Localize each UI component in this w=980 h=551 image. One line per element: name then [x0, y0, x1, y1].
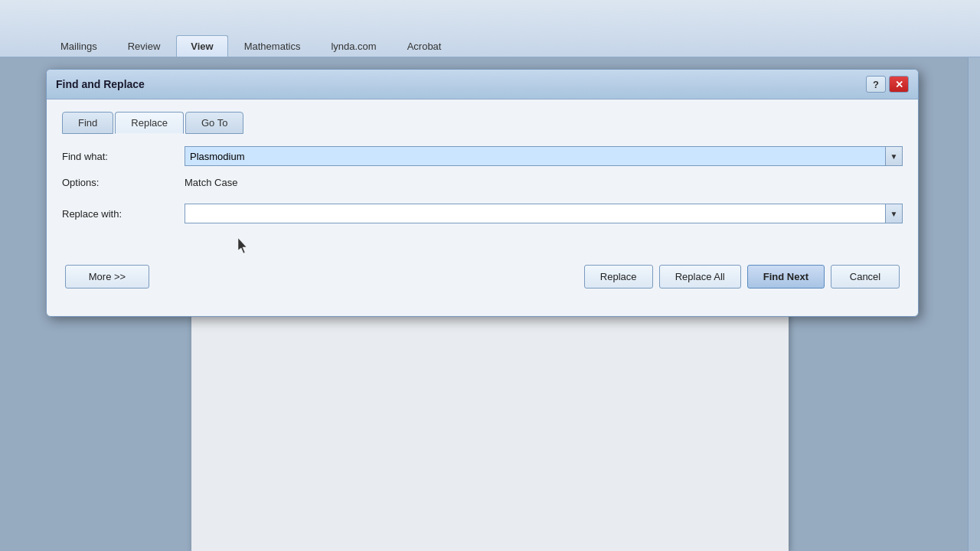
find-input[interactable] — [185, 147, 885, 165]
tab-lynda[interactable]: lynda.com — [316, 35, 390, 57]
tab-replace[interactable]: Replace — [115, 112, 184, 134]
find-next-button[interactable]: Find Next — [747, 265, 825, 289]
replace-input-wrapper: ▼ — [185, 204, 903, 223]
dialog-tab-bar: Find Replace Go To — [62, 112, 903, 134]
tab-acrobat[interactable]: Acrobat — [393, 35, 456, 57]
dialog-body: Find Replace Go To Find what: ▼ Options:… — [47, 99, 918, 301]
replace-button[interactable]: Replace — [584, 265, 653, 289]
replace-all-button[interactable]: Replace All — [659, 265, 741, 289]
replace-input[interactable] — [185, 204, 885, 223]
options-label: Options: — [62, 177, 185, 188]
dialog-controls: ? ✕ — [866, 76, 909, 93]
close-button[interactable]: ✕ — [889, 76, 909, 93]
cancel-button[interactable]: Cancel — [831, 265, 900, 289]
dialog-title: Find and Replace — [56, 78, 145, 90]
svg-marker-0 — [238, 238, 247, 253]
replace-with-label: Replace with: — [62, 208, 185, 220]
options-value: Match Case — [185, 177, 237, 188]
find-replace-dialog: Find and Replace ? ✕ Find Replace Go To — [46, 69, 919, 317]
tab-mailings[interactable]: Mailings — [46, 35, 112, 57]
help-button[interactable]: ? — [866, 76, 886, 93]
find-dropdown-button[interactable]: ▼ — [885, 147, 902, 165]
tab-goto[interactable]: Go To — [185, 112, 243, 134]
replace-with-row: Replace with: ▼ — [62, 204, 903, 223]
dialog-titlebar: Find and Replace ? ✕ — [47, 70, 918, 99]
options-row: Options: Match Case — [62, 177, 903, 188]
tab-mathematics[interactable]: Mathematics — [230, 35, 315, 57]
buttons-row: More >> Replace Replace All Find Next Ca… — [62, 265, 903, 289]
tab-find[interactable]: Find — [62, 112, 113, 134]
tab-review[interactable]: Review — [113, 35, 175, 57]
find-what-row: Find what: ▼ — [62, 146, 903, 166]
ribbon-tabs: Mailings Review View Mathematics lynda.c… — [0, 0, 980, 57]
find-what-label: Find what: — [62, 151, 185, 162]
find-input-wrapper: ▼ — [185, 146, 903, 166]
replace-dropdown-button[interactable]: ▼ — [885, 204, 902, 223]
mouse-cursor — [238, 238, 250, 257]
more-button[interactable]: More >> — [65, 265, 149, 289]
tab-view[interactable]: View — [176, 35, 227, 57]
ribbon: Mailings Review View Mathematics lynda.c… — [0, 0, 980, 57]
cursor-area — [62, 234, 903, 265]
